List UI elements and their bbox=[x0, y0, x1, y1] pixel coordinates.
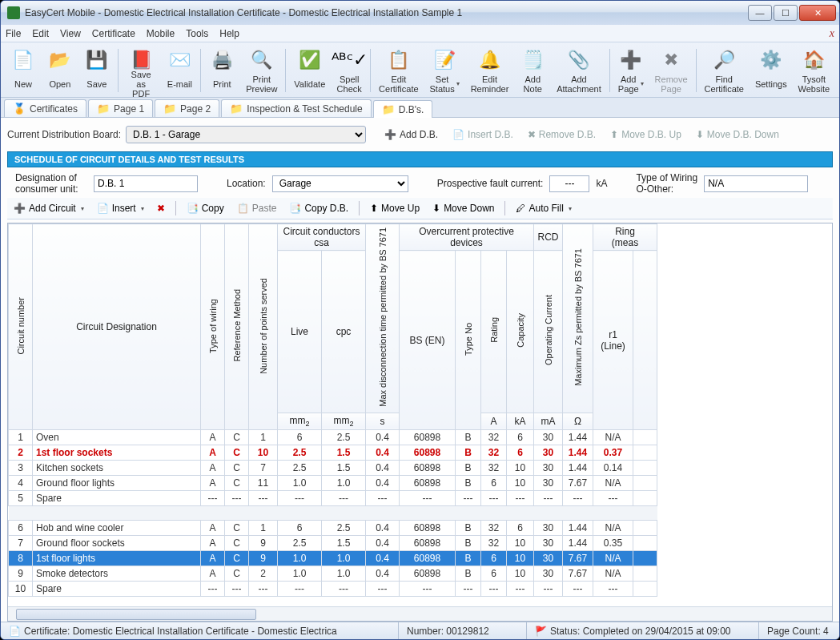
tb-copy[interactable]: 📑Copy bbox=[182, 201, 229, 215]
location-select[interactable]: Garage bbox=[272, 175, 408, 192]
preview-label: PrintPreview bbox=[246, 74, 277, 94]
tb-del[interactable]: ✖ bbox=[152, 201, 170, 215]
ribbon-toolbar: 📄New📂Open💾Save📕Saveas PDF✉️E-mail🖨️Print… bbox=[1, 42, 839, 98]
setstatus-label: SetStatus▾ bbox=[430, 74, 460, 94]
db-bar: Current Distribution Board: D.B. 1 - Gar… bbox=[7, 123, 833, 147]
menu-tools[interactable]: Tools bbox=[186, 28, 208, 39]
scroll-thumb[interactable] bbox=[16, 609, 256, 620]
db-action-remdb: ✖ Remove D.B. bbox=[524, 127, 600, 142]
close-button[interactable]: ✕ bbox=[799, 5, 836, 21]
rempage-label: RemovePage bbox=[655, 74, 688, 94]
table-row[interactable]: 5Spare----------------------------------… bbox=[9, 491, 657, 506]
table-row[interactable]: 1OvenAC162.50.460898B326301.44N/A bbox=[9, 430, 657, 445]
location-label: Location: bbox=[227, 178, 266, 189]
tb-paste: 📋Paste bbox=[232, 201, 282, 215]
h-scrollbar[interactable] bbox=[8, 606, 832, 621]
setstatus-icon: 📝 bbox=[432, 47, 457, 73]
ins-icon: 📄 bbox=[97, 203, 109, 214]
doc-close-button[interactable]: x bbox=[830, 27, 834, 40]
editrem-label: EditReminder bbox=[471, 74, 509, 94]
wiring-input[interactable] bbox=[704, 175, 808, 192]
statusbar: 📄Certificate: Domestic Electrical Instal… bbox=[1, 622, 839, 639]
table-row[interactable]: 21st floor socketsAC102.51.50.460898B326… bbox=[9, 445, 657, 461]
mvup-icon: ⬆ bbox=[610, 129, 618, 140]
tb-copydb[interactable]: 📑Copy D.B. bbox=[284, 201, 353, 215]
maximize-button[interactable]: ☐ bbox=[774, 5, 798, 21]
grid-scroll[interactable]: Circuit numberCircuit DesignationType of… bbox=[8, 223, 832, 606]
tb-autofill[interactable]: 🖊Auto Fill▾ bbox=[511, 201, 576, 215]
tb-ins[interactable]: 📄Insert▾ bbox=[92, 201, 149, 215]
ribbon-savepdf[interactable]: 📕Saveas PDF bbox=[122, 46, 161, 95]
pfc-label: Prospective fault current: bbox=[437, 178, 544, 189]
ribbon-print[interactable]: 🖨️Print bbox=[204, 46, 239, 95]
save-label: Save bbox=[86, 74, 107, 94]
menu-help[interactable]: Help bbox=[219, 28, 239, 39]
main-window: EasyCert Mobile - Domestic Electrical In… bbox=[0, 0, 840, 640]
ribbon-editrem[interactable]: 🔔EditReminder bbox=[466, 46, 514, 95]
email-label: E-mail bbox=[167, 74, 192, 94]
folder-icon: 📁 bbox=[97, 103, 110, 115]
folder-icon: 📁 bbox=[382, 103, 395, 115]
ribbon-spell[interactable]: ᴬᴮᶜ✓SpellCheck bbox=[332, 46, 367, 95]
ribbon-addpage[interactable]: ➕AddPage▾ bbox=[613, 46, 649, 95]
ribbon-addnote[interactable]: 🗒️AddNote bbox=[515, 46, 550, 95]
addnote-label: AddNote bbox=[524, 74, 542, 94]
ribbon-settings[interactable]: ⚙️Settings bbox=[750, 46, 792, 95]
tab-its[interactable]: 📁Inspection & Test Schedule bbox=[221, 99, 372, 117]
status-cert-icon: 📄 bbox=[9, 626, 21, 637]
grid-container: Circuit numberCircuit DesignationType of… bbox=[7, 223, 833, 622]
savepdf-label: Saveas PDF bbox=[127, 74, 156, 94]
cert-icon: 🏅 bbox=[13, 103, 26, 115]
save-icon: 💾 bbox=[84, 47, 110, 73]
menu-certificate[interactable]: Certificate bbox=[92, 28, 135, 39]
ribbon-editcert[interactable]: 📋EditCertificate bbox=[374, 46, 423, 95]
ribbon-website[interactable]: 🏠TysoftWebsite bbox=[794, 46, 834, 95]
ribbon-email[interactable]: ✉️E-mail bbox=[162, 46, 197, 95]
ribbon-findcert[interactable]: 🔎FindCertificate bbox=[700, 46, 749, 95]
addpage-icon: ➕ bbox=[618, 47, 644, 73]
tb-moveup[interactable]: ⬆Move Up bbox=[365, 201, 424, 215]
table-row[interactable]: 9Smoke detectorsAC21.01.00.460898B610307… bbox=[9, 566, 657, 582]
app-icon bbox=[7, 6, 20, 19]
tab-certs[interactable]: 🏅Certificates bbox=[4, 99, 86, 117]
table-row[interactable]: 7Ground floor socketsAC92.51.50.460898B3… bbox=[9, 536, 657, 551]
menu-edit[interactable]: Edit bbox=[32, 28, 49, 39]
doc-tabs: 🏅Certificates📁Page 1📁Page 2📁Inspection &… bbox=[1, 98, 839, 118]
menu-view[interactable]: View bbox=[60, 28, 81, 39]
menubar: FileEditViewCertificateMobileToolsHelp x bbox=[1, 25, 839, 42]
tb-addc[interactable]: ➕Add Circuit▾ bbox=[9, 201, 89, 215]
table-row[interactable]: 6Hob and wine coolerAC162.50.460898B3263… bbox=[9, 521, 657, 536]
del-icon: ✖ bbox=[157, 203, 165, 214]
table-row[interactable]: 81st floor lightsAC91.01.00.460898B61030… bbox=[9, 551, 657, 566]
minimize-button[interactable]: — bbox=[748, 5, 772, 21]
form-row: Designation of consumer unit: Location: … bbox=[7, 167, 833, 198]
ribbon-setstatus[interactable]: 📝SetStatus▾ bbox=[425, 46, 464, 95]
addatt-icon: 📎 bbox=[566, 47, 592, 73]
table-row[interactable]: 10Spare---------------------------------… bbox=[9, 582, 657, 597]
designation-input[interactable] bbox=[94, 175, 198, 192]
tab-p1[interactable]: 📁Page 1 bbox=[88, 99, 153, 117]
current-db-select[interactable]: D.B. 1 - Garage bbox=[126, 126, 366, 143]
menu-file[interactable]: File bbox=[6, 28, 21, 39]
movedn-icon: ⬇ bbox=[432, 203, 440, 214]
ribbon-save[interactable]: 💾Save bbox=[79, 46, 115, 95]
tab-dbs[interactable]: 📁D.B's. bbox=[373, 100, 433, 118]
titlebar[interactable]: EasyCert Mobile - Domestic Electrical In… bbox=[1, 1, 839, 25]
ribbon-addatt[interactable]: 📎AddAttachment bbox=[552, 46, 606, 95]
tb-movedn[interactable]: ⬇Move Down bbox=[428, 201, 499, 215]
table-row[interactable]: 4Ground floor lightsAC111.01.00.460898B6… bbox=[9, 476, 657, 491]
addnote-icon: 🗒️ bbox=[520, 47, 545, 73]
db-action-adddb[interactable]: ➕ Add D.B. bbox=[380, 127, 442, 142]
tab-p2[interactable]: 📁Page 2 bbox=[155, 99, 219, 117]
wiring-label: Type of Wiring O-Other: bbox=[636, 172, 697, 195]
circuit-toolbar: ➕Add Circuit▾📄Insert▾✖📑Copy📋Paste📑Copy D… bbox=[7, 198, 833, 219]
pfc-input[interactable] bbox=[549, 175, 589, 192]
ribbon-new[interactable]: 📄New bbox=[6, 46, 41, 95]
current-db-label: Current Distribution Board: bbox=[7, 129, 121, 140]
ribbon-open[interactable]: 📂Open bbox=[42, 46, 78, 95]
ribbon-validate[interactable]: ✅Validate bbox=[289, 46, 330, 95]
table-row[interactable]: 3Kitchen socketsAC72.51.50.460898B321030… bbox=[9, 461, 657, 476]
ribbon-preview[interactable]: 🔍PrintPreview bbox=[241, 46, 282, 95]
circuit-grid[interactable]: Circuit numberCircuit DesignationType of… bbox=[8, 223, 657, 597]
menu-mobile[interactable]: Mobile bbox=[147, 28, 175, 39]
